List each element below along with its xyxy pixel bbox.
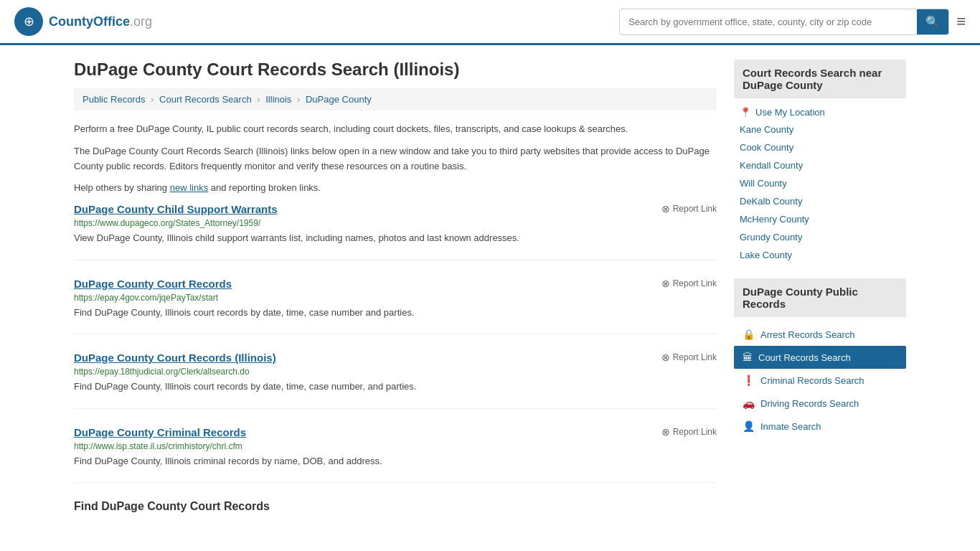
sidebar-nav-inmate-search[interactable]: 👤 Inmate Search [734, 415, 906, 438]
result-item: DuPage County Court Records (Illinois) ⊗… [74, 352, 717, 409]
site-logo-text: CountyOffice.org [49, 14, 152, 29]
public-records-section: DuPage County Public Records 🔒 Arrest Re… [734, 278, 906, 438]
arrest-records-icon: 🔒 [743, 329, 755, 340]
description-3: Help others by sharing new links and rep… [74, 181, 717, 196]
report-link-2[interactable]: ⊗ Report Link [661, 352, 717, 363]
inmate-search-icon: 👤 [743, 420, 755, 432]
driving-records-icon: 🚗 [743, 397, 755, 409]
search-input[interactable] [620, 11, 917, 33]
result-item: DuPage County Criminal Records ⊗ Report … [74, 426, 717, 484]
breadcrumb-public-records[interactable]: Public Records [83, 94, 145, 105]
main-container: DuPage County Court Records Search (Illi… [60, 45, 920, 527]
search-button[interactable]: 🔍 [917, 9, 948, 34]
sidebar-nav-criminal-records[interactable]: ❗ Criminal Records Search [734, 369, 906, 392]
result-desc-1: Find DuPage County, Illinois court recor… [74, 306, 717, 320]
result-title-3[interactable]: DuPage County Criminal Records [74, 426, 246, 438]
sidebar-nearby-1[interactable]: Cook County [734, 138, 906, 156]
criminal-records-icon: ❗ [743, 375, 755, 386]
result-item: DuPage County Child Support Warrants ⊗ R… [74, 203, 717, 260]
report-link-1[interactable]: ⊗ Report Link [661, 278, 717, 289]
page-title: DuPage County Court Records Search (Illi… [74, 60, 717, 80]
search-bar: 🔍 [619, 9, 949, 35]
report-link-0[interactable]: ⊗ Report Link [661, 203, 717, 215]
sidebar: Court Records Search near DuPage County … [734, 60, 906, 513]
sidebar-nav-court-records[interactable]: 🏛 Court Records Search [734, 346, 906, 369]
use-my-location-link[interactable]: 📍 Use My Location [734, 104, 906, 121]
location-pin-icon: 📍 [740, 107, 751, 118]
result-desc-3: Find DuPage County, Illinois criminal re… [74, 454, 717, 468]
court-records-icon: 🏛 [743, 352, 753, 363]
result-title-1[interactable]: DuPage County Court Records [74, 278, 232, 290]
report-icon-2: ⊗ [661, 352, 670, 363]
report-link-3[interactable]: ⊗ Report Link [661, 426, 717, 438]
nearby-section: Court Records Search near DuPage County … [734, 60, 906, 264]
report-icon-1: ⊗ [661, 278, 670, 289]
result-item: DuPage County Court Records ⊗ Report Lin… [74, 278, 717, 335]
header-right: 🔍 ≡ [619, 9, 966, 35]
public-records-header: DuPage County Public Records [734, 278, 906, 317]
result-url-1: https://epay.4gov.com/jqePayTax/start [74, 293, 717, 303]
header: ⊕ CountyOffice.org 🔍 ≡ [0, 0, 980, 45]
breadcrumb-illinois[interactable]: Illinois [265, 94, 291, 105]
sidebar-nearby-0[interactable]: Kane County [734, 121, 906, 138]
hamburger-menu-icon[interactable]: ≡ [956, 12, 966, 31]
result-desc-0: View DuPage County, Illinois child suppo… [74, 231, 717, 245]
sidebar-nearby-2[interactable]: Kendall County [734, 156, 906, 174]
breadcrumb-dupage-county[interactable]: DuPage County [306, 94, 372, 105]
sidebar-nav-arrest-records[interactable]: 🔒 Arrest Records Search [734, 323, 906, 346]
result-title-2[interactable]: DuPage County Court Records (Illinois) [74, 352, 276, 364]
result-url-3: http://www.isp.state.il.us/crimhistory/c… [74, 441, 717, 451]
sidebar-nearby-5[interactable]: McHenry County [734, 210, 906, 228]
result-url-2: https://epay.18thjudicial.org/Clerk/alls… [74, 367, 717, 377]
nearby-header: Court Records Search near DuPage County [734, 60, 906, 98]
result-title-0[interactable]: DuPage County Child Support Warrants [74, 203, 278, 215]
report-icon-0: ⊗ [661, 203, 670, 215]
find-heading: Find DuPage County Court Records [74, 500, 717, 513]
description-2: The DuPage County Court Records Search (… [74, 144, 717, 174]
sidebar-nearby-7[interactable]: Lake County [734, 246, 906, 264]
result-desc-2: Find DuPage County, Illinois court recor… [74, 380, 717, 394]
logo-area: ⊕ CountyOffice.org [14, 7, 152, 36]
sidebar-nearby-3[interactable]: Will County [734, 174, 906, 192]
sidebar-nearby-4[interactable]: DeKalb County [734, 192, 906, 210]
new-links-link[interactable]: new links [170, 182, 208, 193]
breadcrumb: Public Records › Court Records Search › … [74, 88, 717, 110]
sidebar-nav-driving-records[interactable]: 🚗 Driving Records Search [734, 392, 906, 415]
content-area: DuPage County Court Records Search (Illi… [74, 60, 717, 513]
site-logo-icon: ⊕ [14, 7, 43, 36]
breadcrumb-court-records-search[interactable]: Court Records Search [159, 94, 252, 105]
description-1: Perform a free DuPage County, IL public … [74, 122, 717, 137]
report-icon-3: ⊗ [661, 426, 670, 438]
result-url-0: https://www.dupageco.org/States_Attorney… [74, 218, 717, 228]
sidebar-nearby-6[interactable]: Grundy County [734, 228, 906, 246]
